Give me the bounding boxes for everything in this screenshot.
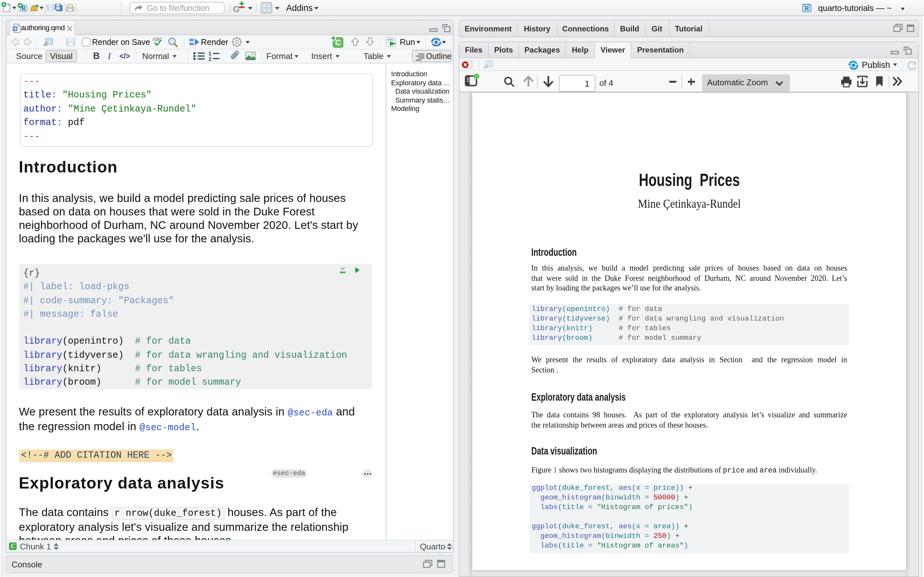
svg-text:G: G [233, 5, 240, 14]
svg-text:C: C [335, 39, 341, 47]
svg-text:</>: </> [120, 52, 130, 60]
svg-text:2: 2 [208, 56, 212, 62]
svg-text:1: 1 [208, 51, 212, 56]
svg-text:B: B [93, 51, 100, 61]
svg-text:ABC: ABC [152, 37, 163, 42]
svg-text:Addins: Addins [286, 3, 313, 13]
svg-text:I: I [107, 51, 111, 61]
svg-text:R: R [804, 5, 809, 11]
